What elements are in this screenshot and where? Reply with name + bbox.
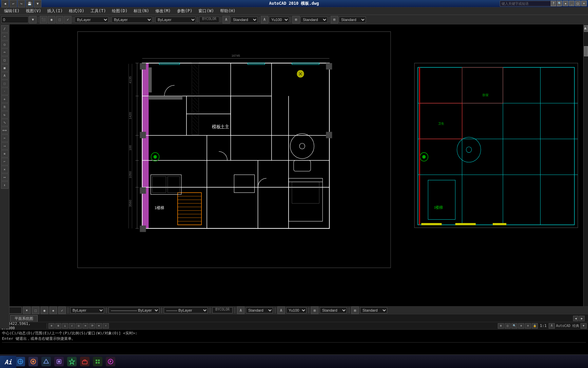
menu-format[interactable]: 格式(O): [66, 7, 87, 15]
linetype-select[interactable]: ByLayer: [112, 17, 152, 23]
otrack-icon[interactable]: ∞: [82, 323, 89, 329]
taskbar-app4[interactable]: [66, 356, 78, 367]
save-btn[interactable]: 💾: [26, 0, 33, 7]
menu-window[interactable]: 窗口(W): [196, 7, 217, 15]
layer-icon[interactable]: ⬛: [40, 16, 47, 23]
dim-style-select[interactable]: Standard: [300, 17, 328, 23]
insert-btn[interactable]: ⬚: [1, 80, 8, 87]
v-scroll-thumb[interactable]: [584, 46, 588, 56]
fillet-btn[interactable]: ⌐: [1, 158, 8, 165]
lower-layer-arrow[interactable]: ▼: [23, 307, 31, 314]
layer-icon2[interactable]: ◉: [48, 16, 55, 23]
search-icon-btn[interactable]: 🔍: [557, 1, 562, 6]
lineweight-select[interactable]: ByLayer: [155, 17, 196, 23]
menu-help[interactable]: 帮助(H): [217, 7, 238, 15]
polar-icon[interactable]: ∠: [69, 323, 75, 329]
lower-color-select[interactable]: ByLayer: [70, 307, 104, 313]
taskbar-app5[interactable]: [79, 356, 91, 367]
close-btn[interactable]: ×: [581, 1, 587, 6]
rotate-btn[interactable]: ↻: [1, 111, 8, 118]
taskbar-app3[interactable]: [53, 356, 65, 367]
lower-lineweight-select[interactable]: ——— ByLayer: [164, 307, 208, 313]
open-btn[interactable]: ▼: [34, 0, 41, 7]
extend-btn[interactable]: ⟶: [1, 142, 8, 150]
lower-icon2[interactable]: ◉: [41, 307, 48, 314]
grid-icon[interactable]: ⊞: [55, 323, 61, 329]
color-select[interactable]: ByLayer: [75, 17, 109, 23]
menu-view[interactable]: 视图(V): [23, 7, 44, 15]
vertical-scrollbar[interactable]: ▲ ▼: [583, 24, 588, 324]
menu-modify[interactable]: 修改(M): [153, 7, 174, 15]
text-style-select[interactable]: Standard: [231, 17, 258, 23]
hatch-btn[interactable]: ▦: [1, 64, 8, 72]
workspace-arrow[interactable]: ▼: [581, 323, 587, 329]
lock-icon[interactable]: 🔒: [532, 323, 538, 329]
table-icon[interactable]: ⊞: [331, 16, 338, 23]
lower-icon4[interactable]: ✓: [58, 307, 66, 314]
menu-params[interactable]: 参数(P): [174, 7, 195, 15]
lower-text-style[interactable]: Standard: [246, 307, 273, 313]
model-tab[interactable]: 平面系统图: [10, 315, 38, 322]
star-btn[interactable]: ★: [563, 1, 568, 6]
font-icon[interactable]: A: [261, 16, 268, 23]
canvas-area[interactable]: 模板土主 1楼梯 4135 1420 100 1050 3560 16745: [9, 24, 588, 329]
scale-btn[interactable]: ⤡: [1, 119, 8, 126]
offset-btn[interactable]: ≡: [1, 150, 8, 158]
maximize-btn[interactable]: □: [575, 1, 581, 6]
zoom-icon1[interactable]: 🔍: [511, 323, 517, 329]
tab-scroll-left[interactable]: ◀: [573, 316, 579, 321]
point-btn[interactable]: ·: [1, 88, 8, 95]
osnap-icon[interactable]: ◎: [76, 323, 82, 329]
ortho-icon[interactable]: ⊥: [62, 323, 68, 329]
copy-btn[interactable]: ⎘: [1, 103, 8, 111]
snap-icon[interactable]: ⊕: [48, 323, 55, 329]
anno-icon[interactable]: A: [549, 323, 555, 329]
v-scroll-up[interactable]: ▲: [584, 25, 588, 32]
menu-tools[interactable]: 工具(T): [88, 7, 109, 15]
move-btn[interactable]: ✛: [1, 95, 8, 103]
layer-icon4[interactable]: ✓: [64, 16, 72, 23]
mirror-btn[interactable]: ⟺: [1, 127, 8, 134]
layer-icon3[interactable]: ⬚: [56, 16, 63, 23]
draw-pline-btn[interactable]: ⌒: [1, 33, 8, 40]
help-btn[interactable]: ?: [551, 1, 556, 6]
text-btn[interactable]: A: [1, 72, 8, 79]
quickprop-icon[interactable]: ⚡: [103, 323, 109, 329]
zoom-icon3[interactable]: ⊖: [525, 323, 531, 329]
redo-btn[interactable]: ↪: [18, 0, 25, 7]
view-icon1[interactable]: ⊞: [498, 323, 504, 329]
lineweight-icon[interactable]: ≡: [96, 323, 102, 329]
lower-dim-icon[interactable]: ⊞: [311, 307, 318, 314]
undo-btn[interactable]: ↩: [9, 0, 17, 7]
lower-dim-style[interactable]: Standard: [320, 307, 347, 313]
draw-line-btn[interactable]: /: [1, 25, 8, 33]
lower-linetype-select[interactable]: ——————— ByLayer: [109, 307, 159, 313]
draw-rect-btn[interactable]: □: [1, 56, 8, 64]
draw-arc-btn[interactable]: ⌓: [1, 49, 8, 56]
erase-btn[interactable]: ✕: [1, 166, 8, 173]
zoom-icon2[interactable]: ⊕: [518, 323, 524, 329]
lower-icon3[interactable]: ◈: [50, 307, 57, 314]
menu-edit[interactable]: 编辑(E): [1, 7, 22, 15]
lower-icon1[interactable]: ⬚: [32, 307, 39, 314]
menu-draw[interactable]: 绘图(D): [109, 7, 130, 15]
dim-btn[interactable]: ⟷: [1, 173, 8, 181]
ducs-icon[interactable]: ⟳: [89, 323, 95, 329]
text-height-select[interactable]: Yu100: [269, 17, 289, 23]
lower-table-style[interactable]: Standard: [360, 307, 387, 313]
menu-dimension[interactable]: 标注(N): [131, 7, 152, 15]
lower-font-height[interactable]: Yu100: [286, 307, 307, 313]
lower-bycolor-btn[interactable]: BYCOLOR: [212, 307, 233, 313]
layer-btn[interactable]: ▼: [29, 16, 37, 23]
trim-btn[interactable]: ✂: [1, 134, 8, 142]
draw-circle-btn[interactable]: ○: [1, 41, 8, 48]
dim-icon[interactable]: ⊞: [292, 16, 300, 23]
view-icon2[interactable]: ◫: [505, 323, 511, 329]
autocad-taskbar-icon[interactable]: Ai: [0, 356, 16, 368]
taskbar-app1[interactable]: [27, 356, 39, 367]
text-icon[interactable]: A: [222, 16, 230, 23]
table-style-select[interactable]: Standard: [339, 17, 366, 23]
taskbar-app6[interactable]: [92, 356, 104, 367]
tab-scroll-right[interactable]: ▶: [579, 316, 585, 321]
bycolor-btn[interactable]: BYCOLOR: [199, 17, 219, 23]
